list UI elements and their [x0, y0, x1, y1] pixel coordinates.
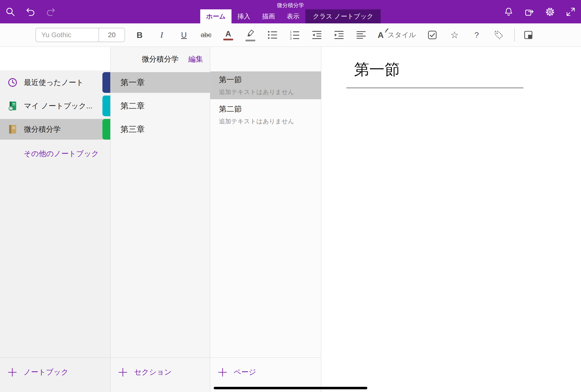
styles-label: スタイル: [388, 30, 416, 40]
redo-button[interactable]: [44, 5, 58, 19]
outdent-icon: [311, 30, 322, 40]
styles-icon: A: [378, 30, 384, 40]
tab-view[interactable]: 表示: [281, 9, 306, 24]
tab-class-notebook[interactable]: クラス ノートブック: [306, 9, 381, 24]
page-item-section2[interactable]: 第二節 追加テキストはありません: [210, 101, 321, 128]
highlighter-icon: [245, 29, 255, 39]
ribbon-tabs: ホーム 挿入 描画 表示 クラス ノートブック: [200, 9, 381, 24]
page-canvas[interactable]: 第一節: [321, 47, 581, 392]
tab-draw[interactable]: 描画: [256, 9, 281, 24]
numbered-list-icon: 123: [289, 30, 300, 40]
section-item-chapter2[interactable]: 第二章: [110, 96, 210, 116]
more-notebooks-link[interactable]: その他のノートブック: [0, 149, 110, 159]
font-size-select[interactable]: 20: [99, 28, 124, 42]
expand-icon: [566, 7, 576, 17]
notifications-button[interactable]: [502, 5, 516, 19]
share-button[interactable]: [523, 5, 536, 19]
font-family-select[interactable]: Yu Gothic: [36, 28, 99, 42]
undo-button[interactable]: [24, 5, 37, 19]
ribbon-divider: [514, 28, 515, 41]
search-icon: [5, 7, 15, 17]
page-title[interactable]: 第一節: [354, 60, 400, 78]
share-icon: [524, 7, 535, 17]
section-item-chapter3[interactable]: 第三章: [110, 119, 210, 140]
formatting-toolbar: Yu Gothic 20 B I U abc A 123: [0, 24, 581, 47]
edit-sections-button[interactable]: 編集: [188, 54, 203, 64]
styles-button[interactable]: A スタイル: [376, 26, 417, 44]
top-bar: 微分積分学 ホーム 挿入 描画 表示 クラス ノ: [0, 0, 581, 24]
page-item-subtitle: 追加テキストはありません: [219, 88, 321, 96]
notebook-color-tab: [102, 119, 110, 140]
font-controls: Yu Gothic 20: [35, 28, 125, 42]
main-panes: 最近使ったノート マイ ノートブック...: [0, 47, 581, 392]
tag-icon: [494, 30, 504, 40]
page-list: 第一節 追加テキストはありません 第二節 追加テキストはありません: [210, 47, 321, 128]
tab-home[interactable]: ホーム: [200, 9, 231, 24]
strikethrough-button[interactable]: abc: [199, 26, 213, 44]
page-item-title: 第二節: [219, 104, 321, 114]
section-label: 第一章: [120, 77, 145, 88]
notebooks-pane-header: [0, 47, 110, 70]
clock-icon: [7, 77, 18, 88]
plus-icon: [118, 367, 128, 378]
fullscreen-button[interactable]: [564, 5, 578, 19]
notebook-sync-icon: [7, 100, 18, 111]
tab-insert[interactable]: 挿入: [232, 9, 256, 24]
topbar-left-actions: [3, 0, 58, 24]
section-label: 第三章: [120, 124, 145, 135]
checkbox-icon: [427, 30, 438, 40]
sidebar-item-calculus[interactable]: 微分積分学: [0, 119, 110, 140]
numbered-list-button[interactable]: 123: [288, 26, 302, 44]
search-button[interactable]: [3, 5, 17, 19]
todo-tag-button[interactable]: [425, 26, 440, 44]
add-notebook-button[interactable]: ノートブック: [0, 358, 110, 392]
gear-icon: [545, 7, 555, 17]
indent-button[interactable]: [332, 26, 346, 44]
bell-icon: [504, 7, 514, 17]
plus-icon: [217, 367, 228, 378]
page-item-section1[interactable]: 第一節 追加テキストはありません: [210, 72, 321, 99]
highlight-button[interactable]: [243, 26, 257, 44]
redo-icon: [45, 7, 56, 17]
sidebar-item-my-notebook[interactable]: マイ ノートブック...: [0, 96, 110, 116]
alignment-button[interactable]: [354, 26, 368, 44]
plus-icon: [7, 367, 17, 378]
notebooks-pane: 最近使ったノート マイ ノートブック...: [0, 47, 110, 392]
bullet-list-button[interactable]: [265, 26, 280, 44]
notebook-icon: [7, 124, 18, 135]
settings-button[interactable]: [543, 5, 557, 19]
bold-icon: B: [137, 30, 143, 40]
page-item-title: 第一節: [219, 74, 321, 85]
font-color-swatch: [223, 39, 233, 40]
sidebar-item-recent-notes[interactable]: 最近使ったノート: [0, 72, 110, 93]
font-color-icon: A: [225, 30, 231, 38]
sidebar-item-label: マイ ノートブック...: [24, 101, 92, 111]
sidebar-item-label: 最近使ったノート: [24, 78, 84, 88]
bold-button[interactable]: B: [132, 26, 147, 44]
section-item-chapter1[interactable]: 第一章: [110, 72, 210, 93]
svg-text:3: 3: [290, 37, 292, 40]
add-section-button[interactable]: セクション: [110, 358, 210, 392]
pages-pane: 第一節 追加テキストはありません 第二節 追加テキストはありません ページ: [210, 47, 321, 392]
add-section-label: セクション: [134, 367, 172, 377]
italic-button[interactable]: I: [155, 26, 169, 44]
question-tag-button[interactable]: ?: [470, 26, 484, 44]
section-label: 第二章: [120, 100, 145, 112]
page-panel-button[interactable]: [521, 26, 536, 44]
important-tag-button[interactable]: ☆: [447, 26, 462, 44]
home-indicator[interactable]: [214, 387, 367, 389]
font-color-button[interactable]: A: [221, 26, 235, 44]
custom-tag-button[interactable]: [492, 26, 506, 44]
notebook-color-tab: [102, 72, 110, 93]
page-panel-icon: [523, 30, 534, 40]
outdent-button[interactable]: [310, 26, 324, 44]
underline-icon: U: [181, 30, 187, 40]
underline-button[interactable]: U: [177, 26, 191, 44]
strikethrough-icon: abc: [201, 31, 211, 39]
window-title: 微分積分学: [0, 2, 581, 9]
highlight-swatch: [245, 40, 255, 41]
align-icon: [356, 30, 367, 40]
onenote-app: 微分積分学 ホーム 挿入 描画 表示 クラス ノ: [0, 0, 581, 392]
sections-pane: 微分積分学 編集 第一章 第二章 第三章 セクション: [110, 47, 210, 392]
italic-icon: I: [160, 30, 163, 40]
